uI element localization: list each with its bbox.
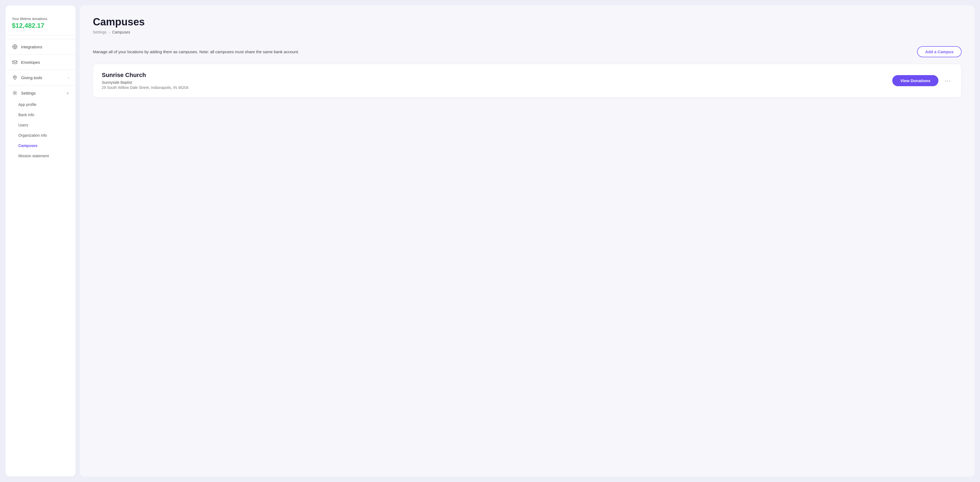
breadcrumb: Settings › Campuses xyxy=(93,30,962,34)
sidebar-item-app-profile[interactable]: App profile xyxy=(5,99,76,110)
campus-info: Sunrise Church Sunnyside Baptist 29 Sout… xyxy=(102,72,188,90)
breadcrumb-separator: › xyxy=(109,30,110,34)
campuses-label: Campuses xyxy=(18,144,38,148)
view-donations-button[interactable]: View Donations xyxy=(892,75,939,86)
sidebar-item-mission-statement[interactable]: Mission statement xyxy=(5,151,76,161)
sidebar-divider-1 xyxy=(5,39,76,39)
sidebar-item-envelopes[interactable]: Envelopes xyxy=(5,56,76,69)
app-profile-label: App profile xyxy=(18,102,37,107)
lifetime-label: Your lifetime donations xyxy=(12,17,69,21)
main-content: Campuses Settings › Campuses Manage all … xyxy=(80,5,975,477)
lifetime-amount: $12,482.17 xyxy=(12,22,69,29)
settings-chevron-icon: ∨ xyxy=(67,91,69,95)
bank-info-label: Bank Info xyxy=(18,113,34,117)
sidebar-item-settings-label: Settings xyxy=(21,91,36,96)
lifetime-donations-card: Your lifetime donations $12,482.17 xyxy=(5,12,76,36)
sidebar-item-giving-tools-label: Giving tools xyxy=(21,75,42,80)
sidebar-item-envelopes-label: Envelopes xyxy=(21,60,40,65)
sidebar-item-organization-info[interactable]: Organization info xyxy=(5,130,76,140)
integrations-icon xyxy=(12,44,18,50)
sidebar: Your lifetime donations $12,482.17 Integ… xyxy=(5,5,76,477)
giving-tools-chevron-icon: › xyxy=(68,76,69,80)
organization-info-label: Organization info xyxy=(18,133,47,137)
page-description-text: Manage all of your locations by adding t… xyxy=(93,49,299,55)
breadcrumb-settings[interactable]: Settings xyxy=(93,30,107,34)
sidebar-item-integrations[interactable]: Integrations xyxy=(5,40,76,53)
sidebar-divider-3 xyxy=(5,70,76,70)
envelopes-icon xyxy=(12,59,18,65)
mission-statement-label: Mission statement xyxy=(18,154,49,158)
svg-point-8 xyxy=(14,92,16,94)
svg-point-1 xyxy=(14,46,16,48)
breadcrumb-current: Campuses xyxy=(112,30,130,34)
campus-card: Sunrise Church Sunnyside Baptist 29 Sout… xyxy=(93,64,962,97)
settings-sub-items: App profile Bank Info Users Organization… xyxy=(5,99,76,161)
svg-rect-6 xyxy=(13,61,17,64)
campus-actions: View Donations ··· xyxy=(892,75,953,86)
campus-more-button[interactable]: ··· xyxy=(943,76,953,85)
giving-tools-icon xyxy=(12,75,18,80)
campus-sub-name: Sunnyside Baptist xyxy=(102,80,188,85)
page-title: Campuses xyxy=(93,16,962,28)
campus-address: 29 South Willow Dale Street, Indianapoli… xyxy=(102,85,188,90)
users-label: Users xyxy=(18,123,29,127)
campus-name: Sunrise Church xyxy=(102,72,188,79)
svg-point-7 xyxy=(14,77,15,78)
add-campus-button[interactable]: Add a Campus xyxy=(917,46,962,57)
sidebar-item-bank-info[interactable]: Bank Info xyxy=(5,110,76,120)
sidebar-item-campuses[interactable]: Campuses xyxy=(5,140,76,151)
sidebar-item-integrations-label: Integrations xyxy=(21,45,42,49)
sidebar-item-users[interactable]: Users xyxy=(5,120,76,130)
page-description-row: Manage all of your locations by adding t… xyxy=(93,46,962,57)
settings-icon xyxy=(12,90,18,96)
sidebar-item-settings[interactable]: Settings ∨ xyxy=(5,86,76,99)
sidebar-item-giving-tools[interactable]: Giving tools › xyxy=(5,71,76,84)
page-header: Campuses Settings › Campuses xyxy=(93,16,962,34)
